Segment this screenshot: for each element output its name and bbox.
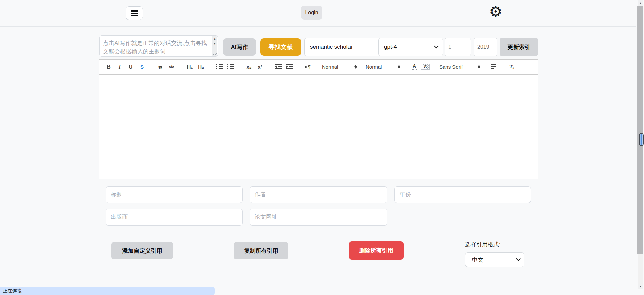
count-input[interactable] xyxy=(445,38,471,56)
search-engine-value: semantic scholar xyxy=(310,44,353,50)
header-2-icon[interactable]: H₂ xyxy=(197,63,205,71)
scroll-down-icon[interactable]: ▼ xyxy=(212,42,217,45)
prompt-textarea[interactable] xyxy=(100,36,210,56)
menu-button[interactable] xyxy=(126,6,143,20)
citation-format-value: 中文 xyxy=(472,256,483,264)
top-bar: Login ⚙ xyxy=(0,0,644,27)
bullet-list-icon[interactable] xyxy=(226,63,235,71)
status-bar: 正在连接... xyxy=(0,287,215,295)
header-picker[interactable]: Normal xyxy=(366,63,400,71)
page-scrollbar: ▲ ▼ xyxy=(636,0,644,295)
copy-all-citations-button[interactable]: 复制所有引用 xyxy=(234,242,288,259)
scrollbar-down-icon[interactable]: ▼ xyxy=(638,284,643,289)
ai-write-button[interactable]: AI写作 xyxy=(223,38,256,56)
outdent-icon[interactable] xyxy=(274,63,283,71)
font-picker[interactable]: Sans Serif xyxy=(439,63,480,71)
strikethrough-icon[interactable]: S xyxy=(138,63,146,71)
login-button[interactable]: Login xyxy=(301,6,322,20)
indent-icon[interactable] xyxy=(285,63,294,71)
publisher-field[interactable] xyxy=(106,209,243,226)
ordered-list-icon[interactable] xyxy=(215,63,224,71)
code-block-icon[interactable]: </> xyxy=(167,63,176,71)
superscript-icon[interactable]: x² xyxy=(256,63,264,71)
underline-icon[interactable]: U xyxy=(126,63,135,71)
citation-format-select[interactable]: 中文 xyxy=(465,252,524,267)
size-picker[interactable]: Normal xyxy=(322,63,357,71)
header-picker-label: Normal xyxy=(366,64,382,70)
model-select[interactable]: gpt-4 xyxy=(378,38,443,56)
updown-arrows-icon xyxy=(354,65,357,69)
gear-icon: ⚙ xyxy=(489,3,502,20)
paper-url-field[interactable] xyxy=(250,209,387,226)
title-field[interactable] xyxy=(106,186,243,203)
blockquote-icon[interactable]: ❞ xyxy=(156,63,165,71)
header-1-icon[interactable]: H₁ xyxy=(185,63,194,71)
search-engine-select[interactable]: semantic scholar xyxy=(304,38,388,56)
year-field[interactable] xyxy=(394,186,531,203)
scroll-up-icon[interactable]: ▲ xyxy=(212,37,217,40)
clean-format-icon[interactable]: Tₓ xyxy=(507,63,516,71)
year-filter-input[interactable] xyxy=(474,38,497,56)
text-direction-icon[interactable]: ¶ xyxy=(304,63,312,71)
find-literature-button[interactable]: 寻找文献 xyxy=(260,38,301,56)
author-field[interactable] xyxy=(250,186,387,203)
italic-icon[interactable]: I xyxy=(115,63,124,71)
model-value: gpt-4 xyxy=(384,44,397,50)
align-icon[interactable] xyxy=(489,63,498,71)
scrollbar-up-icon[interactable]: ▲ xyxy=(638,0,643,6)
updown-arrows-icon xyxy=(478,65,480,69)
editor-toolbar: B I U S ❞ </> H₁ H₂ x₂ x² xyxy=(99,59,538,75)
background-color-icon[interactable]: A xyxy=(421,64,430,70)
hamburger-icon xyxy=(131,10,138,16)
settings-button[interactable]: ⚙ xyxy=(487,1,504,22)
chevron-down-icon xyxy=(434,44,439,48)
chevron-down-icon xyxy=(516,256,521,261)
app-screen: Login ⚙ ▲ ▼ AI写作 寻找文献 semantic scholar g… xyxy=(0,0,644,295)
bold-icon[interactable]: B xyxy=(104,63,113,71)
update-index-button[interactable]: 更新索引 xyxy=(500,38,538,56)
scrollbar-blue-thumb[interactable] xyxy=(639,133,644,146)
size-picker-label: Normal xyxy=(322,64,338,70)
resize-handle-icon[interactable] xyxy=(213,52,217,55)
add-custom-citation-button[interactable]: 添加自定义引用 xyxy=(111,242,173,259)
font-picker-label: Sans Serif xyxy=(439,64,463,70)
editor-content-area[interactable] xyxy=(99,75,538,179)
scrollbar-thumb[interactable] xyxy=(637,6,643,254)
updown-arrows-icon xyxy=(398,65,400,69)
subscript-icon[interactable]: x₂ xyxy=(245,63,253,71)
text-color-icon[interactable]: A xyxy=(410,63,419,71)
prompt-box: ▲ ▼ xyxy=(99,35,218,57)
textarea-scrollbar[interactable]: ▲ ▼ xyxy=(212,36,217,56)
delete-all-citations-button[interactable]: 删除所有引用 xyxy=(349,241,404,260)
citation-format-label: 选择引用格式: xyxy=(465,241,501,248)
